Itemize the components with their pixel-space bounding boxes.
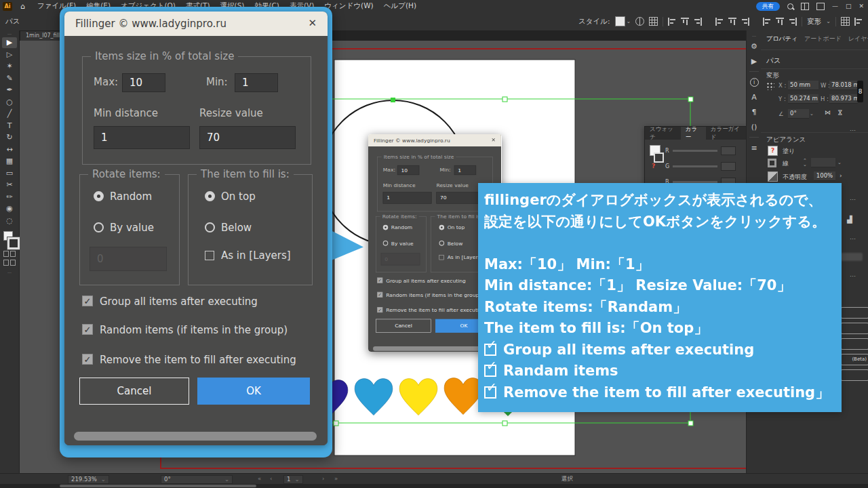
draw-mode-icons[interactable]: [3, 260, 16, 265]
flip-horizontal-icon[interactable]: ⋈: [825, 109, 831, 116]
align-bottom-icon[interactable]: [741, 18, 749, 26]
y-field[interactable]: 50.274 m: [788, 94, 818, 104]
fill-on-top-radio[interactable]: [439, 225, 445, 230]
min-distance-input[interactable]: 1: [94, 126, 190, 149]
quick-action-button[interactable]: [841, 369, 868, 381]
w-field[interactable]: 78.018 m: [829, 81, 858, 90]
cancel-button[interactable]: Cancel: [79, 378, 189, 405]
quick-action-button[interactable]: [841, 307, 868, 319]
max-input[interactable]: 10: [397, 165, 419, 175]
ok-button[interactable]: OK: [197, 378, 310, 405]
appearance-more-icon[interactable]: …: [850, 195, 856, 201]
zoom-tool-icon[interactable]: ◌: [2, 215, 17, 226]
link-dimensions-icon[interactable]: 8: [857, 81, 863, 102]
artboard-number-dropdown[interactable]: 1 ⌄: [283, 475, 303, 484]
color-mode-icons[interactable]: [3, 251, 16, 256]
fill-stroke-swatches[interactable]: [3, 231, 16, 247]
zoom-dropdown[interactable]: 219.53% ⌄: [68, 475, 109, 484]
random-items-checkbox[interactable]: ✓: [377, 292, 382, 298]
max-input[interactable]: 10: [122, 73, 165, 92]
stroke-weight-field[interactable]: [811, 158, 835, 167]
anchor-point[interactable]: [391, 98, 395, 102]
info-icon[interactable]: i: [747, 75, 762, 89]
stroke-swatch-icon[interactable]: [768, 159, 776, 167]
document-setup-icon[interactable]: [635, 17, 644, 26]
stroke-weight-caret-icon[interactable]: ⌄: [837, 160, 842, 165]
scissors-tool-icon[interactable]: ✂: [2, 180, 17, 190]
first-artboard-icon[interactable]: «: [258, 475, 261, 482]
tab-color[interactable]: カラー: [681, 127, 706, 140]
quick-action-button[interactable]: [841, 253, 863, 261]
close-button[interactable]: ✕: [859, 3, 864, 9]
quick-action-button[interactable]: [841, 323, 868, 334]
panel-menu-icon[interactable]: [854, 18, 863, 26]
toolbar-more-icon[interactable]: …: [7, 30, 12, 36]
menu-window[interactable]: ウィンドウ(W): [324, 1, 373, 11]
align-right-icon[interactable]: [694, 18, 702, 26]
scale-tool-icon[interactable]: ↔: [2, 144, 17, 155]
align-middle-icon[interactable]: [728, 18, 736, 26]
as-in-layers-checkbox[interactable]: [205, 251, 214, 260]
selection-tool-icon[interactable]: ▶: [2, 37, 17, 48]
group-all-checkbox[interactable]: ✓: [82, 296, 93, 306]
workspace-switcher-icon[interactable]: [816, 3, 825, 10]
actions-icon[interactable]: ▶: [747, 54, 762, 68]
distribute-center-icon[interactable]: [776, 18, 784, 26]
distribute-vertical-icon[interactable]: [789, 18, 797, 26]
tab-artboards[interactable]: アートボード: [804, 35, 842, 43]
strip-more-icon[interactable]: …: [747, 30, 762, 39]
gear-icon[interactable]: ⚙: [747, 39, 762, 54]
h-field[interactable]: 80.973 m: [829, 94, 858, 104]
direct-selection-tool-icon[interactable]: ▷: [2, 49, 17, 60]
share-button[interactable]: 共有: [756, 2, 780, 11]
section-more-icon[interactable]: …: [850, 271, 856, 278]
dialog-close-icon[interactable]: ✕: [492, 134, 496, 146]
line-tool-icon[interactable]: ╱: [2, 108, 17, 119]
red-slider[interactable]: [673, 150, 717, 152]
horizontal-scrollbar[interactable]: [0, 484, 868, 488]
resize-value-input[interactable]: 70: [199, 126, 296, 149]
menu-help[interactable]: ヘルプ(H): [384, 1, 416, 11]
opacity-swatch-icon[interactable]: [768, 171, 778, 182]
align-center-icon[interactable]: [681, 18, 689, 26]
min-input[interactable]: 1: [454, 165, 476, 175]
hand-tool-icon[interactable]: ◉: [2, 203, 17, 214]
reference-point-selector[interactable]: [766, 82, 774, 90]
random-items-checkbox[interactable]: ✓: [82, 324, 93, 335]
rectangle-tool-icon[interactable]: ▭: [2, 167, 17, 178]
fill-below-radio[interactable]: [205, 222, 215, 232]
x-field[interactable]: 50 mm: [788, 81, 818, 90]
next-artboard-icon[interactable]: ›: [322, 475, 324, 482]
last-artboard-icon[interactable]: »: [334, 475, 338, 482]
panel-menu-icon[interactable]: ≡: [747, 140, 762, 155]
transform-more-icon[interactable]: …: [850, 125, 856, 132]
opacity-options-arrow-icon[interactable]: ›: [840, 172, 842, 179]
quick-action-button[interactable]: [841, 338, 868, 350]
min-input[interactable]: 1: [235, 73, 278, 92]
paragraph-panel-icon[interactable]: ¶: [747, 104, 762, 119]
distribute-horizontal-icon[interactable]: [763, 18, 771, 26]
remove-item-checkbox[interactable]: ✓: [82, 354, 93, 365]
group-all-checkbox[interactable]: ✓: [377, 278, 382, 283]
paintbrush-tool-icon[interactable]: ✎: [2, 73, 17, 83]
pen-tool-icon[interactable]: ✒: [2, 85, 17, 96]
rotate-by-value-radio[interactable]: [383, 241, 389, 246]
stroke-swatch[interactable]: [7, 237, 20, 249]
fill-on-top-radio[interactable]: [205, 191, 215, 201]
rotation-dropdown[interactable]: 0° ⌄: [161, 475, 233, 484]
style-swatch-dropdown[interactable]: ⌄: [615, 16, 631, 26]
minimize-button[interactable]: —: [832, 3, 838, 9]
cancel-button[interactable]: Cancel: [376, 319, 431, 333]
tab-color-guide[interactable]: カラーガイド: [706, 127, 747, 140]
align-top-icon[interactable]: [715, 18, 724, 26]
flip-vertical-icon[interactable]: ⋈: [837, 110, 844, 116]
ellipse-tool-icon[interactable]: ○: [2, 96, 17, 107]
fill-below-radio[interactable]: [439, 241, 445, 246]
rotation-field[interactable]: 0°: [788, 109, 809, 119]
transform-dropdown[interactable]: 変形: [807, 17, 821, 26]
character-panel-icon[interactable]: A: [747, 89, 762, 104]
tab-properties[interactable]: プロパティ: [766, 35, 797, 43]
restore-button[interactable]: □: [846, 3, 852, 9]
min-distance-input[interactable]: 1: [383, 192, 432, 203]
rotate-tool-icon[interactable]: ↻: [2, 132, 17, 143]
